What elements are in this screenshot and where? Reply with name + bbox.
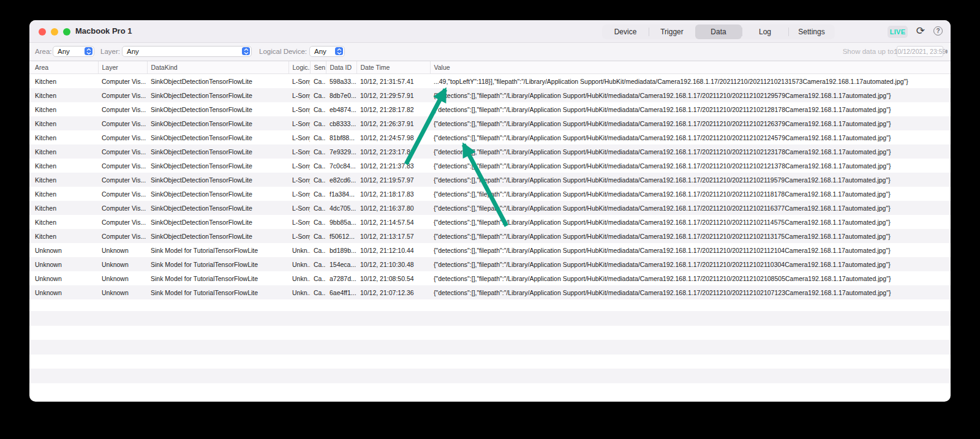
cell-date-time: 10/12, 21:18:17.83: [356, 187, 430, 201]
cell-value: {"detections":[],"filepath":"/Library/Ap…: [430, 102, 951, 116]
empty-row-stripe: [29, 340, 951, 355]
tab-device[interactable]: Device: [602, 24, 649, 39]
close-window-button[interactable]: [39, 28, 46, 36]
screen: { "header": { "window_title": "Macbook P…: [0, 0, 980, 439]
cell-data-id: 8db7e0...: [326, 88, 356, 102]
table-row[interactable]: KitchenComputer Vis...SinkObjectDetectio…: [29, 201, 951, 215]
cell-area: Kitchen: [29, 130, 98, 144]
table-row[interactable]: KitchenComputer Vis...SinkObjectDetectio…: [29, 116, 951, 130]
cell-logical-device: L-Sony: [288, 130, 310, 144]
cell-date-time: 10/12, 21:23:17.81: [356, 144, 430, 159]
cell-sensor: Ca...: [310, 159, 326, 173]
cell-value: {"detections":[],"filepath":"/Library/Ap…: [430, 173, 951, 187]
cell-logical-device: L-Sony: [288, 229, 310, 243]
column-header-layer[interactable]: Layer: [98, 61, 147, 74]
area-filter-value: Any: [58, 48, 70, 55]
column-header-area[interactable]: Area: [29, 61, 98, 74]
table-row[interactable]: KitchenComputer Vis...SinkObjectDetectio…: [29, 229, 951, 243]
cell-value: {"detections":[],"filepath":"/Library/Ap…: [430, 116, 951, 130]
minimize-window-button[interactable]: [51, 28, 58, 36]
cell-datakind: Sink Model for TutorialTensorFlowLite: [147, 257, 288, 271]
tab-trigger[interactable]: Trigger: [649, 24, 695, 39]
cell-date-time: 10/12, 21:31:57.41: [356, 74, 430, 89]
dropdown-stepper-icon: [85, 47, 92, 55]
zoom-window-button[interactable]: [63, 28, 70, 36]
column-header-value[interactable]: Value: [430, 61, 951, 74]
table-row[interactable]: UnknownUnknownSink Model for TutorialTen…: [29, 285, 951, 299]
tab-settings[interactable]: Settings: [788, 24, 835, 39]
cell-sensor: Ca...: [310, 257, 326, 271]
column-header-sensor[interactable]: Sen...: [310, 61, 326, 74]
column-header-data-id[interactable]: Data ID: [326, 61, 356, 74]
table-row[interactable]: KitchenComputer Vis...SinkObjectDetectio…: [29, 173, 951, 187]
cell-logical-device: L-Sony: [288, 116, 310, 130]
cell-area: Kitchen: [29, 144, 98, 159]
cell-date-time: 10/12, 21:14:57.54: [356, 215, 430, 229]
cell-sensor: Ca...: [310, 243, 326, 257]
cell-area: Kitchen: [29, 116, 98, 130]
cell-date-time: 10/12, 21:16:37.80: [356, 201, 430, 215]
cell-value: {"detections":[],"filepath":"/Library/Ap…: [430, 144, 951, 159]
traffic-lights: [39, 28, 70, 36]
cell-value: {"detections":[],"filepath":"/Library/Ap…: [430, 271, 951, 285]
table-row[interactable]: UnknownUnknownSink Model for TutorialTen…: [29, 271, 951, 285]
cell-sensor: Ca...: [310, 102, 326, 116]
cell-logical-device: L-Sony: [288, 187, 310, 201]
cell-area: Kitchen: [29, 187, 98, 201]
cell-sensor: Ca...: [310, 173, 326, 187]
area-filter-dropdown[interactable]: Any: [53, 46, 94, 57]
cell-sensor: Ca...: [310, 229, 326, 243]
column-header-datakind[interactable]: DataKind: [147, 61, 288, 74]
table-row[interactable]: KitchenComputer Vis...SinkObjectDetectio…: [29, 130, 951, 144]
table-header-row: Area Layer DataKind Logic... Sen... Data…: [29, 61, 951, 74]
show-data-up-to-input[interactable]: 10/12/2021, 23:59: [897, 46, 943, 57]
table-row[interactable]: UnknownUnknownSink Model for TutorialTen…: [29, 257, 951, 271]
refresh-icon[interactable]: ⟳: [916, 24, 925, 38]
table-row[interactable]: KitchenComputer Vis...SinkObjectDetectio…: [29, 74, 951, 89]
live-status-badge[interactable]: LIVE: [888, 26, 908, 38]
layer-filter-value: Any: [127, 48, 139, 55]
table-row[interactable]: KitchenComputer Vis...SinkObjectDetectio…: [29, 144, 951, 159]
cell-value: {"detections":[],"filepath":"/Library/Ap…: [430, 285, 951, 299]
cell-date-time: 10/12, 21:12:10.44: [356, 243, 430, 257]
cell-logical-device: L-Sony: [288, 88, 310, 102]
cell-data-id: f50612...: [326, 229, 356, 243]
cell-datakind: SinkObjectDetectionTensorFlowLite: [147, 130, 288, 144]
date-stepper-icon[interactable]: ▲▼: [944, 47, 949, 56]
table-row[interactable]: KitchenComputer Vis...SinkObjectDetectio…: [29, 159, 951, 173]
logical-device-filter-dropdown[interactable]: Any: [309, 46, 345, 57]
table-row[interactable]: KitchenComputer Vis...SinkObjectDetectio…: [29, 187, 951, 201]
table-row[interactable]: KitchenComputer Vis...SinkObjectDetectio…: [29, 102, 951, 116]
tab-data[interactable]: Data: [695, 24, 742, 39]
cell-layer: Computer Vis...: [98, 144, 147, 159]
cell-date-time: 10/12, 21:21:37.83: [356, 159, 430, 173]
cell-area: Unknown: [29, 243, 98, 257]
column-header-date-time[interactable]: Date Time: [356, 61, 430, 74]
help-icon[interactable]: ?: [933, 26, 943, 36]
cell-value: {"detections":[],"filepath":"/Library/Ap…: [430, 243, 951, 257]
cell-layer: Computer Vis...: [98, 159, 147, 173]
cell-logical-device: L-Sony: [288, 201, 310, 215]
table-row[interactable]: KitchenComputer Vis...SinkObjectDetectio…: [29, 88, 951, 102]
table-row[interactable]: UnknownUnknownSink Model for TutorialTen…: [29, 243, 951, 257]
area-filter-label: Area:: [35, 48, 52, 55]
table-row[interactable]: KitchenComputer Vis...SinkObjectDetectio…: [29, 215, 951, 229]
cell-value: ...49,"topLeftY":118}],"filepath":"/Libr…: [430, 74, 951, 89]
tab-log[interactable]: Log: [742, 24, 788, 39]
layer-filter-dropdown[interactable]: Any: [122, 46, 252, 57]
cell-logical-device: L-Sony: [288, 159, 310, 173]
cell-sensor: Ca...: [310, 88, 326, 102]
cell-layer: Computer Vis...: [98, 187, 147, 201]
cell-layer: Unknown: [98, 285, 147, 299]
cell-layer: Unknown: [98, 271, 147, 285]
window-title: Macbook Pro 1: [75, 26, 132, 36]
cell-area: Kitchen: [29, 201, 98, 215]
column-header-logical[interactable]: Logic...: [288, 61, 310, 74]
cell-sensor: Ca...: [310, 144, 326, 159]
dropdown-stepper-icon: [335, 47, 343, 55]
cell-sensor: Ca...: [310, 116, 326, 130]
data-table-container: Area Layer DataKind Logic... Sen... Data…: [29, 61, 951, 299]
show-data-up-to-label: Show data up to:: [843, 48, 895, 55]
cell-sensor: Ca...: [310, 187, 326, 201]
empty-row-stripe: [29, 311, 951, 326]
